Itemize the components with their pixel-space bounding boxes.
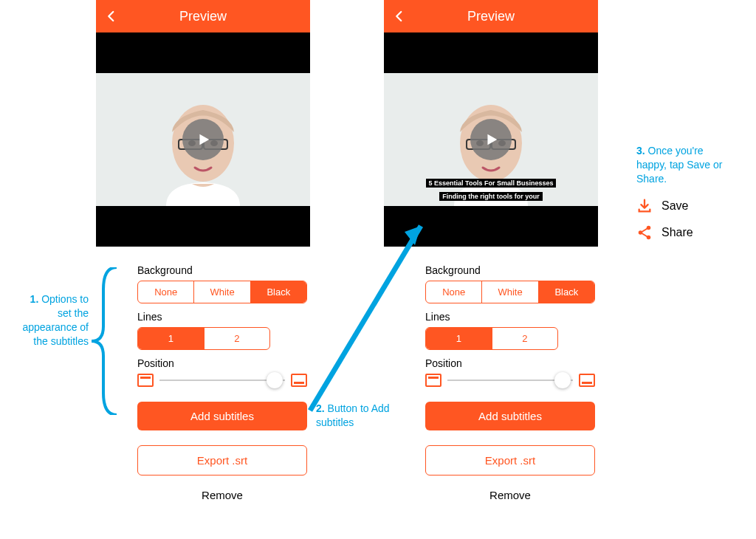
- remove-link[interactable]: Remove: [425, 489, 595, 501]
- bg-option-black[interactable]: Black: [250, 281, 306, 303]
- lines-segmented[interactable]: 1 2: [425, 327, 558, 350]
- remove-link[interactable]: Remove: [137, 489, 307, 501]
- position-label: Position: [137, 357, 289, 369]
- bg-option-white[interactable]: White: [193, 281, 250, 303]
- lines-option-2[interactable]: 2: [204, 328, 270, 349]
- header-title: Preview: [467, 9, 515, 24]
- annotation-step3: 3. Once you're happy, tap Save or Share.: [636, 144, 732, 186]
- lines-option-1[interactable]: 1: [138, 328, 204, 349]
- position-bottom-icon[interactable]: [579, 374, 595, 387]
- lines-option-1[interactable]: 1: [426, 328, 492, 349]
- svg-line-18: [642, 233, 647, 237]
- subtitle-overlay: 5 Essential Tools For Small Businesses F…: [384, 175, 598, 202]
- position-top-icon[interactable]: [137, 374, 154, 387]
- export-srt-button[interactable]: Export .srt: [425, 445, 595, 476]
- bg-option-black[interactable]: Black: [538, 281, 594, 303]
- slider-knob[interactable]: [554, 372, 571, 388]
- back-icon[interactable]: [105, 10, 118, 23]
- lines-option-2[interactable]: 2: [492, 328, 558, 349]
- curly-brace-icon: [87, 267, 120, 415]
- download-icon: [636, 198, 653, 214]
- background-segmented[interactable]: None White Black: [137, 281, 307, 303]
- annotation-step1: 1. Options to set the appearance of the …: [15, 292, 89, 349]
- bg-option-none[interactable]: None: [138, 281, 193, 303]
- video-thumbnail: 5 Essential Tools For Small Businesses F…: [384, 73, 598, 206]
- background-label: Background: [137, 264, 289, 276]
- add-subtitles-button[interactable]: Add subtitles: [425, 402, 595, 430]
- subtitle-controls: Background None White Black Lines 1 2 Po…: [384, 247, 598, 501]
- subtitle-line-1: 5 Essential Tools For Small Businesses: [426, 179, 557, 188]
- svg-line-17: [642, 229, 647, 233]
- annotation-step2: 2. Button to Add subtitles: [316, 402, 390, 430]
- app-header: Preview: [96, 0, 310, 32]
- phone-screenshot-right: Preview 5 Essential Tools For Small Busi…: [384, 0, 598, 501]
- video-thumbnail: [96, 73, 310, 206]
- background-segmented[interactable]: None White Black: [425, 281, 595, 303]
- add-subtitles-button[interactable]: Add subtitles: [137, 402, 307, 430]
- position-slider-row: [425, 374, 595, 387]
- share-icon: [636, 224, 653, 241]
- bg-option-none[interactable]: None: [426, 281, 481, 303]
- bg-option-white[interactable]: White: [481, 281, 537, 303]
- position-slider-row: [137, 374, 307, 387]
- header-title: Preview: [179, 9, 227, 24]
- save-label: Save: [662, 199, 688, 213]
- phone-screenshot-left: Preview Background None White: [96, 0, 310, 501]
- video-preview[interactable]: 5 Essential Tools For Small Businesses F…: [384, 32, 598, 247]
- video-preview[interactable]: [96, 32, 310, 247]
- save-row[interactable]: Save: [636, 198, 693, 214]
- background-label: Background: [425, 264, 577, 276]
- position-label: Position: [425, 357, 577, 369]
- play-icon[interactable]: [182, 119, 224, 160]
- play-icon[interactable]: [470, 119, 512, 160]
- position-slider[interactable]: [159, 380, 285, 381]
- slider-knob[interactable]: [267, 372, 283, 388]
- position-top-icon[interactable]: [425, 374, 441, 387]
- save-share-actions: Save Share: [636, 198, 693, 241]
- subtitle-controls: Background None White Black Lines 1 2 Po…: [96, 247, 310, 501]
- app-header: Preview: [384, 0, 598, 32]
- export-srt-button[interactable]: Export .srt: [137, 445, 307, 476]
- position-slider[interactable]: [447, 380, 573, 381]
- back-icon[interactable]: [393, 10, 406, 23]
- lines-segmented[interactable]: 1 2: [137, 327, 270, 350]
- lines-label: Lines: [137, 311, 289, 323]
- subtitle-line-2: Finding the right tools for your: [439, 192, 542, 201]
- share-label: Share: [662, 226, 693, 239]
- share-row[interactable]: Share: [636, 224, 693, 241]
- position-bottom-icon[interactable]: [291, 374, 307, 387]
- lines-label: Lines: [425, 311, 577, 323]
